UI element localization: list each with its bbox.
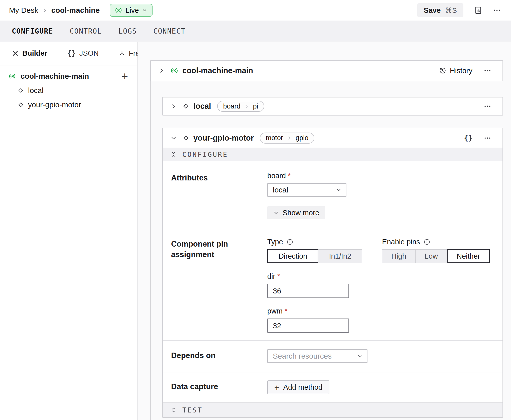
board-label-text: board [267,172,286,180]
breadcrumb-root[interactable]: My Desk [9,6,38,15]
depends-on-label: Depends on [171,349,267,361]
main-shell: Builder {} JSON Frame [0,42,511,420]
mode-builder-label: Builder [22,49,47,57]
pwm-input[interactable] [267,319,349,333]
tab-logs[interactable]: LOGS [118,27,137,35]
history-button[interactable]: History [439,67,472,75]
show-more-button[interactable]: Show more [267,206,325,219]
dir-label-text: dir [267,272,275,280]
broadcast-icon [9,72,16,80]
chevron-right-icon[interactable] [158,67,165,74]
required-marker: * [285,307,287,315]
diamond-icon [18,87,24,94]
board-field-label: board * [267,172,494,180]
enable-option-neither[interactable]: Neither [447,249,490,263]
code-braces-icon[interactable]: {} [464,134,472,142]
board-select[interactable]: local [267,183,346,197]
diamond-icon [182,135,189,142]
add-method-button[interactable]: + Add method [267,380,329,394]
pin-assignment-label: Component pin assignment [171,238,267,333]
enable-option-high[interactable]: High [382,249,416,263]
depends-on-placeholder: Search resources [273,352,332,360]
type-toggle-group: Direction In1/In2 [267,249,362,263]
type-label-text: Type [267,238,283,246]
chevron-down-icon[interactable] [170,135,177,141]
breadcrumb: My Desk cool-machine [9,6,100,15]
info-icon[interactable] [424,239,430,245]
overflow-menu-icon[interactable] [483,102,491,110]
tree-item-your-gpio-motor[interactable]: your-gpio-motor [0,97,137,112]
machine-children: local board pi [150,97,503,418]
chevron-down-icon [273,210,279,216]
enable-option-low[interactable]: Low [415,249,447,263]
chevron-down-icon [336,187,341,193]
tools-icon [12,50,19,57]
topbar-actions: Save ⌘S [417,3,501,17]
report-icon[interactable] [474,6,482,15]
badge-board: board [219,102,244,110]
save-button[interactable]: Save ⌘S [417,3,463,17]
chevron-down-icon [142,8,147,13]
motor-card: your-gpio-motor motor gpio {} [162,128,503,418]
mode-builder[interactable]: Builder [12,49,47,57]
view-mode-switcher: Builder {} JSON Frame [0,42,137,65]
add-resource-button[interactable]: + [121,71,128,82]
test-bar-label: TEST [182,406,203,414]
top-bar: My Desk cool-machine Live Save ⌘S [0,0,511,21]
resource-type-badge: board pi [217,101,264,112]
enable-pins-toggle-group: High Low Neither [382,249,490,263]
history-label: History [450,67,472,75]
required-marker: * [288,172,291,180]
test-section-bar[interactable]: TEST [163,403,502,417]
tree-item-machine[interactable]: cool-machine-main + [0,69,137,83]
badge-pi: pi [249,102,262,110]
tab-configure[interactable]: CONFIGURE [12,27,53,35]
tab-connect[interactable]: CONNECT [153,27,186,35]
info-icon[interactable] [287,239,293,245]
data-capture-section: Data capture + Add method [163,372,502,403]
mode-json[interactable]: {} JSON [67,49,99,57]
local-board-card: local board pi [162,97,503,116]
attributes-label: Attributes [171,172,267,219]
live-status-dropdown[interactable]: Live [110,4,153,17]
sidebar: Builder {} JSON Frame [0,42,138,420]
badge-motor: motor [262,134,287,142]
local-card-title: local [193,102,211,111]
dir-input[interactable] [267,284,349,298]
tree-motor-label: your-gpio-motor [28,100,81,109]
config-content: cool-machine-main History [138,42,511,420]
overflow-menu-icon[interactable] [483,134,491,142]
machine-card-title: cool-machine-main [182,66,253,75]
overflow-menu-icon[interactable] [493,6,501,14]
braces-icon: {} [67,49,76,57]
pin-assignment-section: Component pin assignment Type [163,227,502,341]
type-group: Type Direction In1/In2 [267,238,362,263]
tree-machine-label: cool-machine-main [21,72,89,80]
breadcrumb-current: cool-machine [51,6,100,15]
add-method-label: Add method [283,383,322,391]
collapse-icon [170,151,177,158]
tree-local-label: local [28,86,44,95]
configure-bar-label: CONFIGURE [182,151,228,158]
depends-on-select[interactable]: Search resources [267,349,367,363]
chevron-right-icon [42,8,47,13]
required-marker: * [277,272,280,280]
motor-card-title: your-gpio-motor [193,134,254,143]
type-field-label: Type [267,238,362,246]
dir-field-label: dir * [267,272,494,280]
depends-on-section: Depends on Search resources [163,341,502,372]
overflow-menu-icon[interactable] [483,67,491,75]
enable-pins-group: Enable pins High Low Neither [382,238,490,263]
tab-control[interactable]: CONTROL [70,27,102,35]
show-more-label: Show more [283,209,319,217]
badge-gpio: gpio [292,134,312,142]
diamond-icon [182,103,189,110]
tree-item-local[interactable]: local [0,83,137,97]
type-option-in1in2[interactable]: In1/In2 [318,249,362,263]
configure-section-bar[interactable]: CONFIGURE [163,148,502,161]
type-option-direction[interactable]: Direction [267,249,318,263]
board-select-value: local [273,186,288,194]
chevron-right-icon[interactable] [170,103,177,110]
chevron-right-icon [244,104,249,109]
enable-pins-field-label: Enable pins [382,238,490,246]
